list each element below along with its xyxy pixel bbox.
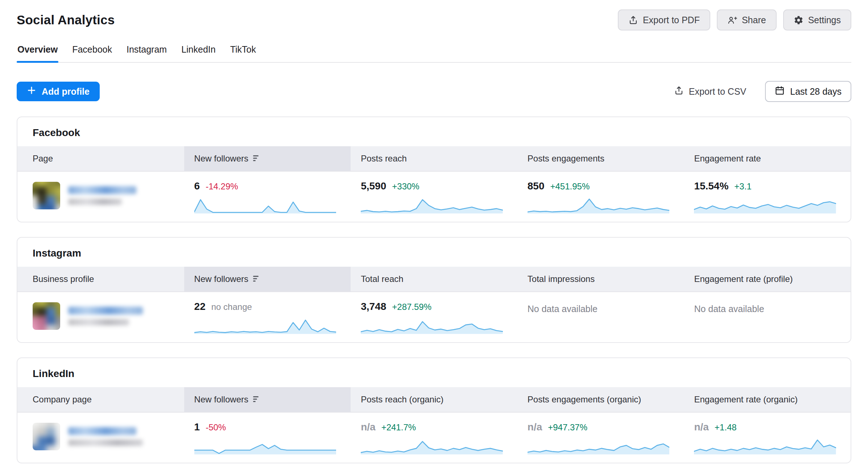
metric-change: +330% xyxy=(392,181,419,192)
tab-overview[interactable]: Overview xyxy=(17,44,58,62)
column-header-posts-reach[interactable]: Posts reach xyxy=(351,146,517,171)
sparkline xyxy=(194,196,336,214)
column-header-posts-reach-organic[interactable]: Posts reach (organic) xyxy=(351,387,517,412)
metric-cell-posts-reach-organic: n/a +241.7% xyxy=(351,418,517,455)
sparkline xyxy=(361,437,503,455)
page-header: Social Analytics Export to PDF Share Set… xyxy=(17,0,851,30)
social-analytics-page: Social Analytics Export to PDF Share Set… xyxy=(0,0,868,463)
linkedin-table-header: Company page New followers Posts reach (… xyxy=(17,387,851,413)
export-icon xyxy=(674,86,684,98)
sparkline xyxy=(361,317,503,334)
header-actions: Export to PDF Share Settings xyxy=(618,9,851,30)
profile-avatar-blurred xyxy=(33,182,60,209)
profile-avatar-blurred xyxy=(33,423,60,450)
profile-name-blurred xyxy=(68,307,143,325)
metric-cell-posts-engagements-organic: n/a +947.37% xyxy=(517,418,684,455)
export-pdf-label: Export to PDF xyxy=(643,15,700,25)
column-header-total-reach[interactable]: Total reach xyxy=(351,267,517,291)
column-header-total-impressions[interactable]: Total impressions xyxy=(517,267,684,291)
sparkline xyxy=(194,317,336,334)
sparkline xyxy=(361,196,503,214)
profile-cell xyxy=(17,418,184,455)
card-title: LinkedIn xyxy=(17,358,851,387)
tab-facebook[interactable]: Facebook xyxy=(71,44,113,62)
table-row: 6 -14.29% 5,590 +330% 850 +451.95% xyxy=(17,172,851,222)
metric-change: +947.37% xyxy=(548,422,587,433)
metric-cell-engagement-rate-profile: No data available xyxy=(684,298,851,314)
export-icon xyxy=(628,15,638,25)
metric-change: +1.48 xyxy=(715,422,737,433)
metric-cell-total-impressions: No data available xyxy=(517,298,684,314)
metric-value: 6 xyxy=(194,180,200,192)
add-profile-button[interactable]: Add profile xyxy=(17,82,100,101)
sort-descending-icon xyxy=(253,274,261,284)
table-row: 22 no change 3,748 +287.59% No data avai… xyxy=(17,292,851,342)
profile-avatar-blurred xyxy=(33,302,60,330)
tab-linkedin[interactable]: LinkedIn xyxy=(181,44,216,62)
facebook-table-header: Page New followers Posts reach Posts eng… xyxy=(17,146,851,172)
sparkline xyxy=(528,196,670,214)
settings-button[interactable]: Settings xyxy=(783,9,851,30)
sort-descending-icon xyxy=(253,394,261,405)
profile-name-blurred xyxy=(68,427,143,446)
metric-value: n/a xyxy=(361,421,375,433)
metric-value: 3,748 xyxy=(361,301,386,312)
no-data-label: No data available xyxy=(694,304,836,314)
person-plus-icon xyxy=(727,15,737,25)
column-header-new-followers[interactable]: New followers xyxy=(184,146,351,171)
date-range-button[interactable]: Last 28 days xyxy=(765,81,851,102)
instagram-table-header: Business profile New followers Total rea… xyxy=(17,267,851,292)
page-title: Social Analytics xyxy=(17,13,115,27)
facebook-card: Facebook Page New followers Posts reach … xyxy=(17,116,851,222)
column-header-posts-engagements[interactable]: Posts engagements xyxy=(517,146,684,171)
metric-value: 1 xyxy=(194,421,200,433)
column-header-new-followers[interactable]: New followers xyxy=(184,267,351,291)
metric-cell-posts-engagements: 850 +451.95% xyxy=(517,177,684,214)
date-range-label: Last 28 days xyxy=(790,86,842,97)
share-label: Share xyxy=(742,15,766,25)
sparkline xyxy=(694,196,836,214)
metric-cell-engagement-rate-organic: n/a +1.48 xyxy=(684,418,851,455)
metric-cell-posts-reach: 5,590 +330% xyxy=(351,177,517,214)
metric-value: 22 xyxy=(194,301,206,312)
instagram-card: Instagram Business profile New followers… xyxy=(17,237,851,343)
calendar-icon xyxy=(775,86,785,98)
export-csv-button[interactable]: Export to CSV xyxy=(674,86,746,98)
column-header-engagement-rate-organic[interactable]: Engagement rate (organic) xyxy=(684,387,851,412)
export-pdf-button[interactable]: Export to PDF xyxy=(618,9,710,30)
sparkline xyxy=(528,437,670,455)
plus-icon xyxy=(27,86,36,97)
toolbar-right: Export to CSV Last 28 days xyxy=(674,81,851,102)
sparkline xyxy=(694,437,836,455)
table-row: 1 -50% n/a +241.7% n/a +947.37% xyxy=(17,413,851,463)
metric-value: n/a xyxy=(528,421,542,433)
card-title: Facebook xyxy=(17,117,851,146)
column-header-new-followers[interactable]: New followers xyxy=(184,387,351,412)
metric-change: +451.95% xyxy=(550,181,590,192)
metric-cell-engagement-rate: 15.54% +3.1 xyxy=(684,177,851,214)
linkedin-card: LinkedIn Company page New followers Post… xyxy=(17,357,851,463)
column-header-posts-engagements-organic[interactable]: Posts engagements (organic) xyxy=(517,387,684,412)
metric-cell-new-followers: 6 -14.29% xyxy=(184,177,351,214)
metric-change: no change xyxy=(211,302,252,312)
sort-descending-icon xyxy=(253,153,261,164)
column-header-engagement-rate-profile[interactable]: Engagement rate (profile) xyxy=(684,267,851,291)
metric-value: n/a xyxy=(694,421,708,433)
tab-tiktok[interactable]: TikTok xyxy=(230,44,257,62)
metric-cell-new-followers: 1 -50% xyxy=(184,418,351,455)
column-header-engagement-rate[interactable]: Engagement rate xyxy=(684,146,851,171)
settings-label: Settings xyxy=(808,15,841,25)
column-header-company-page: Company page xyxy=(17,387,184,412)
metric-change: -14.29% xyxy=(206,181,238,192)
metric-change: -50% xyxy=(206,422,226,433)
column-header-page: Page xyxy=(17,146,184,171)
export-csv-label: Export to CSV xyxy=(689,86,746,97)
no-data-label: No data available xyxy=(528,304,670,314)
profile-cell xyxy=(17,298,184,334)
tab-instagram[interactable]: Instagram xyxy=(126,44,168,62)
profile-cell xyxy=(17,177,184,214)
column-header-business-profile: Business profile xyxy=(17,267,184,291)
metric-change: +3.1 xyxy=(734,181,751,192)
share-button[interactable]: Share xyxy=(717,9,777,30)
metric-cell-total-reach: 3,748 +287.59% xyxy=(351,298,517,334)
